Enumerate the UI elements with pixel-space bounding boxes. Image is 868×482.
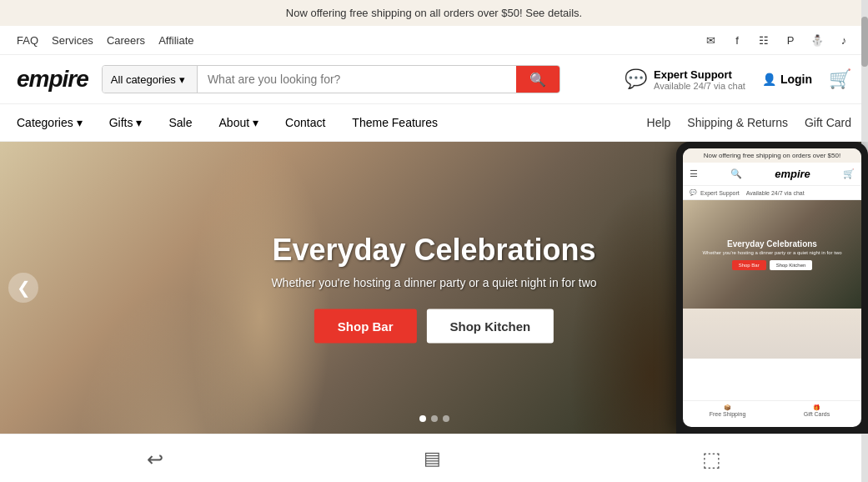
nav-sale-label: Sale (168, 116, 192, 129)
nav-sale[interactable]: Sale (155, 104, 205, 141)
phone-support-sub: Available 24/7 via chat (746, 190, 805, 196)
main-header: empire All categories ▾ 🔍 💬 Expert Suppo… (0, 55, 868, 104)
support-text: Expert Support Available 24/7 via chat (654, 68, 745, 91)
strip-item-3: ⬚ (702, 448, 721, 471)
nav-contact[interactable]: Contact (272, 104, 339, 141)
main-nav-left: Categories ▾ Gifts ▾ Sale About ▾ Contac… (17, 104, 451, 141)
nav-theme-features[interactable]: Theme Features (339, 104, 451, 141)
phone-hero: Everyday Celebrations Whether you're hos… (683, 200, 861, 309)
user-icon: 👤 (762, 73, 776, 86)
announcement-bar: Now offering free shipping on all orders… (0, 0, 868, 26)
phone-header: ☰ 🔍 empire 🛒 (683, 163, 861, 186)
hero-section: ❮ Everyday Celebrations Whether you're h… (0, 142, 868, 434)
utility-nav-right: ✉ f ☷ P ⛄ ♪ (703, 33, 851, 48)
phone-giftcards-label: Gift Cards (804, 411, 830, 417)
pinterest-icon[interactable]: P (783, 33, 798, 48)
nav-gift-card[interactable]: Gift Card (805, 116, 851, 129)
phone-shipping-icon: 📦 (686, 404, 769, 411)
login-label: Login (780, 73, 812, 86)
nav-categories[interactable]: Categories ▾ (17, 104, 96, 141)
nav-categories-label: Categories (17, 116, 73, 129)
nav-contact-label: Contact (285, 116, 325, 129)
main-nav-right: Help Shipping & Returns Gift Card (647, 116, 851, 129)
phone-hero-title: Everyday Celebrations (702, 239, 841, 249)
careers-link[interactable]: Careers (107, 34, 145, 47)
phone-support-label: Expert Support (700, 190, 740, 196)
search-input[interactable] (198, 66, 516, 93)
hero-dot-2[interactable] (431, 415, 438, 422)
nav-help[interactable]: Help (647, 116, 671, 129)
cart-button[interactable]: 🛒 (829, 68, 851, 90)
bottom-strip: ↩ ▤ ⬚ (0, 434, 868, 482)
support-label: Expert Support (654, 68, 745, 81)
shop-kitchen-button[interactable]: Shop Kitchen (427, 309, 554, 344)
announcement-text: Now offering free shipping on all orders… (286, 7, 582, 19)
phone-inner: Now offering free shipping on orders ove… (683, 148, 861, 427)
hero-dots (419, 415, 449, 422)
search-category-dropdown[interactable]: All categories ▾ (103, 66, 198, 93)
support-chat-icon: 💬 (625, 68, 647, 90)
instagram-icon[interactable]: ☷ (756, 33, 771, 48)
faq-link[interactable]: FAQ (17, 34, 38, 47)
affiliate-link[interactable]: Affiliate (158, 34, 193, 47)
phone-search-icon: 🔍 (730, 168, 742, 179)
shop-bar-button[interactable]: Shop Bar (314, 309, 417, 344)
hero-content: Everyday Celebrations Whether you're hos… (271, 233, 596, 344)
utility-nav: FAQ Services Careers Affiliate ✉ f ☷ P ⛄… (0, 26, 868, 55)
phone-giftcards-icon: 🎁 (775, 404, 858, 411)
search-bar: All categories ▾ 🔍 (102, 65, 560, 93)
search-category-label: All categories (111, 73, 176, 86)
gifts-chevron-icon: ▾ (136, 116, 142, 129)
services-link[interactable]: Services (52, 34, 93, 47)
hero-dot-3[interactable] (443, 415, 449, 422)
phone-shop-bar-button[interactable]: Shop Bar (732, 260, 766, 270)
strip-item-2: ▤ (424, 448, 441, 471)
strip-icon-3: ⬚ (702, 448, 721, 471)
chevron-down-icon: ▾ (179, 73, 185, 86)
search-icon: 🔍 (529, 73, 546, 87)
nav-shipping-returns[interactable]: Shipping & Returns (687, 116, 788, 129)
mail-icon[interactable]: ✉ (703, 33, 718, 48)
phone-support-icon: 💬 (690, 189, 697, 196)
support-sublabel: Available 24/7 via chat (654, 81, 745, 91)
phone-support: 💬 Expert Support Available 24/7 via chat (683, 186, 861, 200)
hero-subtitle: Whether you're hosting a dinner party or… (271, 276, 596, 289)
phone-shipping-label: Free Shipping (710, 411, 746, 417)
tiktok-icon[interactable]: ♪ (836, 33, 851, 48)
search-button[interactable]: 🔍 (516, 66, 559, 93)
phone-hero-content: Everyday Celebrations Whether you're hos… (702, 239, 841, 270)
snapchat-icon[interactable]: ⛄ (810, 33, 825, 48)
site-logo[interactable]: empire (17, 66, 88, 93)
utility-nav-left: FAQ Services Careers Affiliate (17, 34, 194, 47)
phone-shop-kitchen-button[interactable]: Shop Kitchen (770, 260, 813, 270)
nav-gifts-label: Gifts (109, 116, 133, 129)
categories-chevron-icon: ▾ (77, 116, 83, 129)
hero-dot-1[interactable] (419, 415, 426, 422)
phone-hero-buttons: Shop Bar Shop Kitchen (702, 260, 841, 270)
strip-icon-1: ↩ (147, 448, 163, 471)
hero-prev-button[interactable]: ❮ (8, 273, 38, 303)
phone-food-image (683, 309, 861, 359)
nav-theme-features-label: Theme Features (352, 116, 438, 129)
phone-menu-icon: ☰ (690, 168, 698, 179)
scroll-thumb[interactable] (861, 17, 868, 67)
login-button[interactable]: 👤 Login (762, 73, 812, 86)
hero-title: Everyday Celebrations (271, 233, 596, 268)
hero-buttons: Shop Bar Shop Kitchen (271, 309, 596, 344)
phone-hero-sub: Whether you're hosting a dinner party or… (702, 250, 841, 255)
phone-footer-shipping: 📦 Free Shipping (683, 401, 772, 420)
nav-gifts[interactable]: Gifts ▾ (96, 104, 156, 141)
facebook-icon[interactable]: f (730, 33, 745, 48)
nav-about-label: About (219, 116, 250, 129)
nav-about[interactable]: About ▾ (206, 104, 273, 141)
support-widget: 💬 Expert Support Available 24/7 via chat (625, 68, 745, 91)
phone-logo: empire (775, 168, 810, 180)
cart-icon: 🛒 (829, 68, 851, 89)
phone-announcement: Now offering free shipping on orders ove… (683, 148, 861, 163)
header-right: 💬 Expert Support Available 24/7 via chat… (625, 68, 851, 91)
phone-cart-icon: 🛒 (843, 168, 855, 179)
main-nav: Categories ▾ Gifts ▾ Sale About ▾ Contac… (0, 104, 868, 142)
strip-icon-2: ▤ (424, 448, 441, 469)
about-chevron-icon: ▾ (253, 116, 258, 129)
phone-footer: 📦 Free Shipping 🎁 Gift Cards (683, 400, 861, 420)
